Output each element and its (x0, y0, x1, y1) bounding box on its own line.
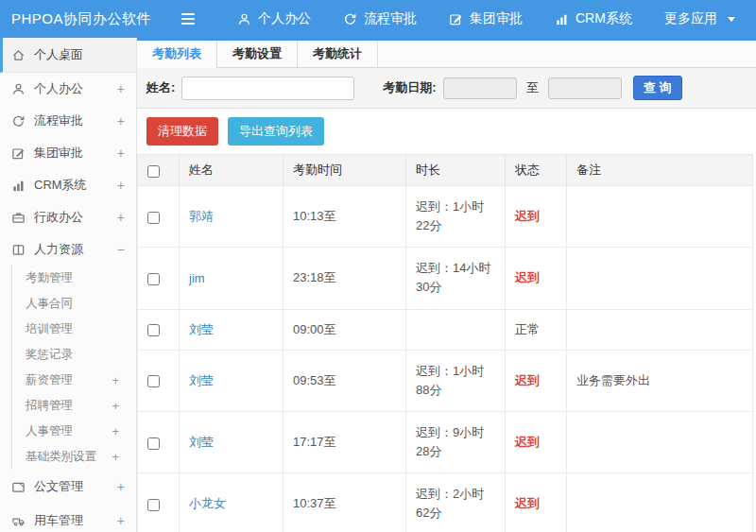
name-label: 姓名: (146, 79, 175, 96)
submenu-item-personnel-contract[interactable]: 人事合同 (12, 291, 136, 317)
collapse-icon[interactable]: − (117, 242, 125, 257)
sidebar-item-label: 集团审批 (34, 145, 83, 162)
table-row: 郭靖 10:13至 迟到：1小时22分 迟到 (138, 186, 753, 248)
car-icon (11, 514, 26, 528)
topnav-group-approval[interactable]: 集团审批 (433, 0, 539, 38)
edit-icon (449, 12, 463, 26)
sidebar-item-workflow-approval[interactable]: 流程审批 + (0, 105, 136, 137)
expand-icon[interactable]: + (117, 113, 125, 129)
row-checkbox[interactable] (147, 499, 160, 511)
submenu-item-label: 培训管理 (26, 321, 73, 337)
topnav-crm-system[interactable]: CRM系统 (539, 0, 648, 38)
employee-name-link[interactable]: 郭靖 (189, 209, 214, 223)
date-to-input[interactable] (548, 77, 622, 99)
sidebar-item-label: 行政办公 (34, 209, 83, 226)
main-layout: 个人桌面 个人办公 + 流程审批 + 集团审批 + CRM系统 + 行政办公 + (0, 38, 756, 532)
duration-cell (406, 309, 506, 350)
expand-icon[interactable]: + (117, 513, 125, 528)
remark-cell (567, 411, 753, 472)
remark-cell: 业务需要外出 (567, 350, 753, 411)
submenu-item-recruitment-management[interactable]: 招聘管理 + (12, 393, 136, 419)
export-list-button[interactable]: 导出查询列表 (228, 117, 324, 146)
sidebar-item-group-approval[interactable]: 集团审批 + (0, 137, 136, 169)
topbar: PHPOA协同办公软件 个人办公 流程审批 集团审批 CRM系统 更多应用 (0, 0, 756, 38)
remark-cell (567, 186, 753, 248)
duration-cell: 迟到：9小时28分 (406, 411, 506, 472)
sidebar-item-human-resources[interactable]: 人力资源 − (0, 233, 136, 266)
employee-name-link[interactable]: 小龙女 (189, 496, 226, 510)
tab-attendance-settings[interactable]: 考勤设置 (217, 41, 298, 67)
table-row: jim 23:18至 迟到：14小时30分 迟到 (138, 248, 753, 309)
submenu-item-training-management[interactable]: 培训管理 (12, 317, 136, 342)
submenu-item-salary-management[interactable]: 薪资管理 + (12, 368, 136, 393)
submenu-item-reward-punishment[interactable]: 奖惩记录 (12, 342, 136, 368)
table-row: 刘莹 09:53至 迟到：1小时88分 迟到 业务需要外出 (138, 350, 753, 411)
tab-attendance-statistics[interactable]: 考勤统计 (298, 41, 378, 67)
sidebar-item-label: 公文管理 (34, 478, 83, 495)
expand-icon[interactable]: + (117, 210, 125, 225)
tab-attendance-list[interactable]: 考勤列表 (137, 41, 217, 69)
attendance-table-wrap: 姓名 考勤时间 时长 状态 备注 郭靖 10:13至 迟到：1小时22分 迟到 (137, 154, 756, 532)
sidebar-item-personal-office[interactable]: 个人办公 + (0, 73, 136, 105)
attendance-time: 10:13至 (284, 186, 406, 248)
employee-name-link[interactable]: 刘莹 (189, 322, 214, 336)
sidebar-item-label: 人力资源 (34, 241, 83, 258)
table-header-row: 姓名 考勤时间 时长 状态 备注 (138, 155, 753, 186)
employee-name-link[interactable]: 刘莹 (189, 435, 214, 449)
menu-toggle-icon[interactable] (181, 10, 195, 27)
remark-cell (567, 309, 753, 350)
expand-icon[interactable]: + (112, 424, 119, 438)
attendance-time: 23:18至 (284, 248, 406, 309)
sidebar-item-personal-desktop[interactable]: 个人桌面 (0, 38, 136, 73)
submenu-item-personnel-management[interactable]: 人事管理 + (12, 419, 136, 444)
status-badge: 迟到 (515, 270, 540, 284)
duration-cell: 迟到：1小时88分 (406, 350, 506, 411)
date-from-input[interactable] (443, 77, 517, 99)
expand-icon[interactable]: + (112, 399, 119, 413)
topnav-personal-office[interactable]: 个人办公 (221, 0, 327, 38)
topnav-workflow-approval[interactable]: 流程审批 (327, 0, 433, 38)
topnav-more-apps[interactable]: 更多应用 (648, 0, 751, 38)
employee-name-link[interactable]: jim (189, 271, 205, 285)
caret-down-icon (728, 17, 735, 22)
row-checkbox[interactable] (147, 273, 160, 285)
top-navigation: 个人办公 流程审批 集团审批 CRM系统 更多应用 (221, 0, 751, 38)
expand-icon[interactable]: + (117, 146, 125, 161)
topnav-label: 更多应用 (664, 10, 717, 27)
process-icon (11, 114, 26, 129)
remark-cell (567, 248, 753, 309)
row-checkbox[interactable] (147, 212, 160, 224)
submenu-item-base-category-settings[interactable]: 基础类别设置 + (12, 444, 136, 470)
sidebar-item-label: 用车管理 (34, 512, 83, 529)
sidebar-item-crm-system[interactable]: CRM系统 + (0, 169, 136, 201)
sidebar-item-administrative-office[interactable]: 行政办公 + (0, 201, 136, 233)
content-area: 考勤列表 考勤设置 考勤统计 姓名: 考勤日期: 至 查 询 清理数据 导出查询… (137, 38, 756, 532)
sidebar-item-vehicle-management[interactable]: 用车管理 + (0, 504, 136, 532)
expand-icon[interactable]: + (112, 373, 119, 387)
expand-icon[interactable]: + (117, 479, 125, 494)
row-checkbox[interactable] (147, 375, 160, 387)
expand-icon[interactable]: + (117, 178, 125, 193)
process-icon (343, 12, 357, 26)
name-input[interactable] (181, 77, 354, 100)
submenu-item-label: 奖惩记录 (26, 347, 73, 363)
duration-cell: 迟到：14小时30分 (406, 248, 506, 309)
status-badge: 迟到 (515, 373, 540, 387)
search-button[interactable]: 查 询 (633, 76, 682, 100)
clean-data-button[interactable]: 清理数据 (146, 117, 218, 146)
row-checkbox[interactable] (147, 324, 160, 336)
table-row: 刘莹 17:17至 迟到：9小时28分 迟到 (138, 411, 753, 472)
sidebar-item-document-management[interactable]: 公文管理 + (0, 470, 136, 504)
home-icon (11, 48, 26, 62)
expand-icon[interactable]: + (117, 81, 125, 96)
tab-bar: 考勤列表 考勤设置 考勤统计 (137, 41, 756, 68)
expand-icon[interactable]: + (112, 450, 119, 464)
select-all-checkbox[interactable] (147, 165, 160, 178)
attendance-time: 09:00至 (284, 309, 406, 350)
row-checkbox[interactable] (147, 438, 160, 450)
submenu-item-attendance-management[interactable]: 考勤管理 (12, 266, 136, 291)
attendance-table: 姓名 考勤时间 时长 状态 备注 郭靖 10:13至 迟到：1小时22分 迟到 (137, 154, 753, 532)
sidebar-item-label: CRM系统 (34, 177, 87, 194)
column-header-time: 考勤时间 (284, 155, 406, 186)
employee-name-link[interactable]: 刘莹 (189, 373, 214, 387)
